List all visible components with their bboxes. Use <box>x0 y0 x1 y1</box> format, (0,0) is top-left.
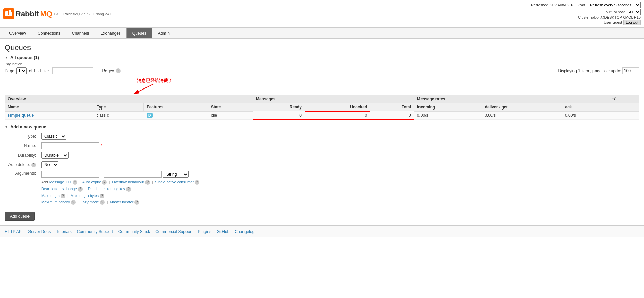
arg-val-input[interactable] <box>104 171 162 178</box>
footer-community-support[interactable]: Community Support <box>77 229 113 234</box>
footer-plugins[interactable]: Plugins <box>198 229 211 234</box>
dlrk-help[interactable]: ? <box>126 187 131 192</box>
th-rates: Message rates <box>414 95 609 103</box>
auto-expire-help[interactable]: ? <box>102 180 107 185</box>
add-queue-triangle: ▼ <box>5 125 8 129</box>
name-input[interactable] <box>41 142 99 149</box>
lazy-mode-help[interactable]: ? <box>100 200 105 205</box>
link-single-active[interactable]: Single active consumer <box>155 180 194 184</box>
logout-button[interactable]: Log out <box>623 20 641 25</box>
type-label: Type: <box>5 132 39 141</box>
nav-queues[interactable]: Queues <box>126 28 152 38</box>
link-overflow-behaviour[interactable]: Overflow behaviour <box>112 180 144 184</box>
th-plus-minus[interactable]: +/- <box>609 95 639 103</box>
cluster-value: rabbit@DESKTOP-0MQBH10 <box>591 15 641 19</box>
table-row: simple.queue classic D idle 0 0 0 0.00/s… <box>5 111 639 119</box>
vhost-select[interactable]: All <box>626 9 641 15</box>
type-select[interactable]: Classic Quorum <box>41 133 66 140</box>
page-size-input[interactable] <box>622 67 639 74</box>
master-locator-help[interactable]: ? <box>134 200 139 205</box>
th-unacked: Unacked <box>305 103 370 111</box>
add-queue-form: Type: Classic Quorum Name: * Durability: <box>5 132 202 207</box>
nav-connections[interactable]: Connections <box>32 28 66 38</box>
max-priority-help[interactable]: ? <box>71 200 76 205</box>
arg-type-select[interactable]: String Number Boolean List Object <box>163 171 189 178</box>
footer: HTTP API Server Docs Tutorials Community… <box>0 225 644 237</box>
filter-input[interactable] <box>52 67 93 74</box>
footer-community-slack[interactable]: Community Slack <box>118 229 150 234</box>
single-active-help[interactable]: ? <box>195 180 199 185</box>
cluster-label: Cluster <box>578 15 590 19</box>
svg-line-6 <box>134 84 154 94</box>
message-ttl-help[interactable]: ? <box>73 180 77 185</box>
all-queues-section-header[interactable]: ▼ All queues (1) <box>5 55 639 60</box>
vhost-label: Virtual host <box>606 10 625 14</box>
footer-server-docs[interactable]: Server Docs <box>28 229 51 234</box>
link-max-length[interactable]: Max length <box>41 194 60 198</box>
displaying-info: Displaying 1 item , page size up to: <box>558 67 639 74</box>
all-queues-label: All queues (1) <box>10 55 39 60</box>
vhost-row: Virtual host All <box>531 9 641 15</box>
th-state: State <box>208 103 253 111</box>
add-queue-header[interactable]: ▼ Add a new queue <box>5 124 639 130</box>
of-label: of 1 <box>29 68 36 73</box>
svg-rect-0 <box>3 8 14 19</box>
regex-help[interactable]: ? <box>116 68 121 73</box>
svg-rect-4 <box>5 15 12 16</box>
link-master-locator[interactable]: Master locator <box>110 200 134 204</box>
durability-label: Durability: <box>5 151 39 160</box>
page-select[interactable]: 1 <box>16 67 27 74</box>
footer-http-api[interactable]: HTTP API <box>5 229 23 234</box>
queue-table-wrapper: Overview Messages Message rates +/- Name… <box>5 95 639 120</box>
auto-delete-label: Auto delete: <box>8 162 30 167</box>
refresh-select[interactable]: Refresh every 5 seconds Refresh every 10… <box>587 2 641 8</box>
add-queue-section: ▼ Add a new queue Type: Classic Quorum N… <box>5 124 639 221</box>
th-empty <box>609 103 639 111</box>
queue-ready: 0 <box>253 111 305 119</box>
page-content: Queues ▼ All queues (1) Pagination Page … <box>0 39 644 221</box>
queue-ack: 0.00/s <box>562 111 609 119</box>
nav-admin[interactable]: Admin <box>152 28 175 38</box>
link-maximum-priority[interactable]: Maximum priority <box>41 200 70 204</box>
submit-row: Add queue <box>5 210 639 221</box>
overflow-help[interactable]: ? <box>145 180 150 185</box>
footer-changelog[interactable]: Changelog <box>235 229 254 234</box>
name-row: Name: * <box>5 141 202 151</box>
nav-exchanges[interactable]: Exchanges <box>95 28 126 38</box>
th-deliver-get: deliver / get <box>482 103 562 111</box>
th-total: Total <box>370 103 414 111</box>
footer-tutorials[interactable]: Tutorials <box>56 229 72 234</box>
arg-key-input[interactable] <box>41 171 99 178</box>
th-type: Type <box>94 103 144 111</box>
logo-mq-text: MQ <box>40 9 52 18</box>
durability-select[interactable]: Durable Transient <box>41 152 69 159</box>
auto-delete-help[interactable]: ? <box>31 163 36 167</box>
dle-help[interactable]: ? <box>78 187 83 192</box>
th-ack: ack <box>562 103 609 111</box>
cluster-row: Cluster rabbit@DESKTOP-0MQBH10 <box>531 15 641 19</box>
footer-commercial-support[interactable]: Commercial Support <box>155 229 192 234</box>
footer-github[interactable]: GitHub <box>217 229 229 234</box>
arg-eq: = <box>100 172 103 177</box>
queue-name[interactable]: simple.queue <box>5 111 94 119</box>
auto-delete-select[interactable]: No Yes <box>41 161 58 168</box>
max-length-help[interactable]: ? <box>61 194 65 198</box>
link-auto-expire[interactable]: Auto expire <box>82 180 101 184</box>
link-dead-letter-routing-key[interactable]: Dead letter routing key <box>88 187 125 191</box>
nav-overview[interactable]: Overview <box>3 28 32 38</box>
regex-checkbox[interactable] <box>95 69 99 73</box>
link-lazy-mode[interactable]: Lazy mode <box>81 200 99 204</box>
add-queue-button[interactable]: Add queue <box>5 212 35 221</box>
refreshed-label: Refreshed <box>531 3 548 7</box>
collapse-triangle: ▼ <box>5 56 8 59</box>
link-dead-letter-exchange[interactable]: Dead letter exchange <box>41 187 77 191</box>
queue-type: classic <box>94 111 144 119</box>
max-length-bytes-help[interactable]: ? <box>100 194 104 198</box>
nav-channels[interactable]: Channels <box>66 28 95 38</box>
annotation-wrapper: 消息已经给消费了 <box>5 78 639 95</box>
args-inputs: = String Number Boolean List Object <box>41 171 199 178</box>
user-label: User <box>604 20 611 24</box>
link-message-ttl[interactable]: Message TTL <box>49 180 72 184</box>
link-max-length-bytes[interactable]: Max length bytes <box>71 194 99 198</box>
refreshed-time: 2023-08-02 18:17:48 <box>550 3 585 7</box>
